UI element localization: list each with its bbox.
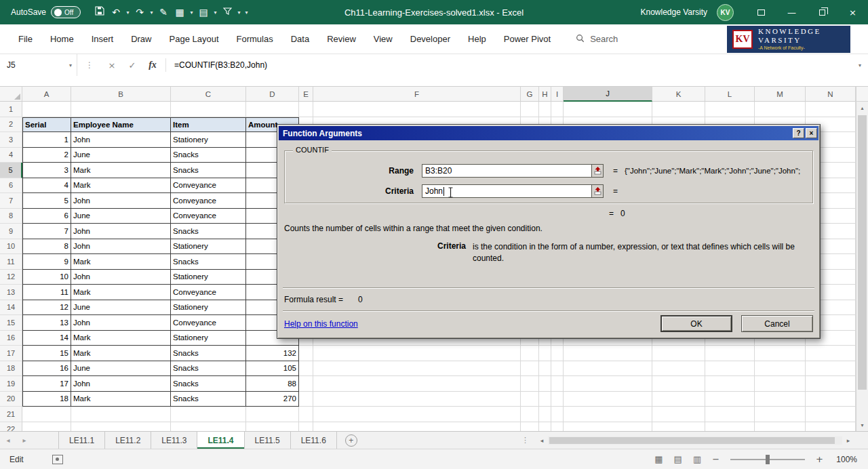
cell-G19[interactable] <box>521 376 539 392</box>
cell-A21[interactable] <box>22 407 71 422</box>
cell-C21[interactable] <box>171 407 246 422</box>
cell-K1[interactable] <box>652 102 705 117</box>
filter-dropdown-icon[interactable]: ▾ <box>235 9 243 16</box>
column-header-F[interactable]: F <box>313 87 521 102</box>
cell-F19[interactable] <box>313 376 521 392</box>
cell-A7[interactable]: 5 <box>22 193 71 209</box>
minimize-button[interactable]: — <box>776 0 807 24</box>
row-header-5[interactable]: 5 <box>0 163 22 178</box>
row-header-10[interactable]: 10 <box>0 239 22 255</box>
table-icon[interactable]: ▦ <box>172 0 188 24</box>
zoom-in-icon[interactable]: + <box>816 454 823 464</box>
cell-F1[interactable] <box>313 102 521 117</box>
cell-C15[interactable]: Conveyance <box>171 315 246 331</box>
ribbon-display-options-icon[interactable] <box>746 0 776 24</box>
name-box-dropdown-icon[interactable]: ▾ <box>69 62 77 68</box>
page-break-view-icon[interactable]: ▥ <box>693 454 701 464</box>
cell-C9[interactable]: Snacks <box>171 224 246 239</box>
new-sheet-button[interactable]: + <box>345 434 357 447</box>
account-avatar[interactable]: KV <box>717 4 734 21</box>
ribbon-tab-file[interactable]: File <box>9 24 41 54</box>
cell-N22[interactable] <box>806 422 856 432</box>
cell-C8[interactable]: Conveyance <box>171 209 246 224</box>
row-header-22[interactable]: 22 <box>0 422 22 432</box>
cell-A19[interactable]: 17 <box>22 376 71 392</box>
cell-A3[interactable]: 1 <box>22 132 71 148</box>
row-header-7[interactable]: 7 <box>0 193 22 209</box>
cell-H17[interactable] <box>539 346 551 361</box>
scroll-right-icon[interactable]: ▸ <box>842 437 854 444</box>
cell-C6[interactable]: Conveyance <box>171 178 246 194</box>
cell-D18[interactable]: 105 <box>246 361 299 377</box>
cell-A14[interactable]: 12 <box>22 300 71 316</box>
cell-L20[interactable] <box>705 392 755 407</box>
sheet-tab-LE11-5[interactable]: LE11.5 <box>245 432 291 449</box>
cell-C7[interactable]: Conveyance <box>171 193 246 209</box>
cell-N20[interactable] <box>806 392 856 407</box>
cell-J22[interactable] <box>564 422 652 432</box>
cell-E18[interactable] <box>299 361 313 377</box>
column-header-M[interactable]: M <box>755 87 806 102</box>
column-header-J[interactable]: J <box>564 87 652 102</box>
horizontal-scrollbar[interactable]: ◂ ▸ <box>536 432 854 449</box>
cell-L21[interactable] <box>705 407 755 422</box>
horizontal-scroll-track[interactable] <box>548 436 842 445</box>
zoom-slider[interactable] <box>730 459 805 460</box>
cell-M22[interactable] <box>755 422 806 432</box>
cell-E20[interactable] <box>299 392 313 407</box>
cell-B6[interactable]: Mark <box>71 178 171 194</box>
cell-F20[interactable] <box>313 392 521 407</box>
row-header-1[interactable]: 1 <box>0 102 22 117</box>
insert-function-icon[interactable]: fx <box>142 60 163 70</box>
cell-C5[interactable]: Snacks <box>171 163 246 178</box>
column-header-H[interactable]: H <box>539 87 551 102</box>
row-header-21[interactable]: 21 <box>0 407 22 422</box>
cell-M19[interactable] <box>755 376 806 392</box>
ribbon-tab-help[interactable]: Help <box>459 24 495 54</box>
row-header-16[interactable]: 16 <box>0 331 22 346</box>
cell-G21[interactable] <box>521 407 539 422</box>
row-header-3[interactable]: 3 <box>0 132 22 148</box>
sheet-tab-LE11-2[interactable]: LE11.2 <box>105 432 151 449</box>
cell-C2[interactable]: Item <box>171 117 246 133</box>
cancel-button[interactable]: Cancel <box>741 315 813 332</box>
column-header-B[interactable]: B <box>71 87 171 102</box>
cell-N18[interactable] <box>806 361 856 377</box>
normal-view-icon[interactable]: ▦ <box>654 454 663 464</box>
ok-button[interactable]: OK <box>660 315 732 332</box>
cell-N1[interactable] <box>806 102 856 117</box>
cell-C10[interactable]: Stationery <box>171 239 246 255</box>
cell-B9[interactable]: John <box>71 224 171 239</box>
borders-dropdown-icon[interactable]: ▾ <box>212 9 219 16</box>
cell-B3[interactable]: John <box>71 132 171 148</box>
cell-G20[interactable] <box>521 392 539 407</box>
dialog-help-button[interactable]: ? <box>793 128 804 138</box>
row-header-11[interactable]: 11 <box>0 254 22 270</box>
row-header-19[interactable]: 19 <box>0 376 22 392</box>
cell-A16[interactable]: 14 <box>22 331 71 346</box>
cell-E22[interactable] <box>299 422 313 432</box>
cell-F18[interactable] <box>313 361 521 377</box>
cell-A18[interactable]: 16 <box>22 361 71 377</box>
horizontal-scroll-thumb[interactable] <box>549 437 835 444</box>
autosave-control[interactable]: AutoSave Off <box>0 6 81 18</box>
cell-B20[interactable]: Mark <box>71 392 171 407</box>
cell-M21[interactable] <box>755 407 806 422</box>
cell-L19[interactable] <box>705 376 755 392</box>
column-header-E[interactable]: E <box>299 87 313 102</box>
ribbon-tab-data[interactable]: Data <box>282 24 318 54</box>
cell-K18[interactable] <box>652 361 705 377</box>
cell-E19[interactable] <box>299 376 313 392</box>
cell-D22[interactable] <box>246 422 299 432</box>
cell-C17[interactable]: Snacks <box>171 346 246 361</box>
cell-H20[interactable] <box>539 392 551 407</box>
restore-button[interactable] <box>807 0 837 24</box>
close-button[interactable]: × <box>837 0 868 24</box>
range-collapse-icon[interactable] <box>591 164 604 178</box>
cell-K20[interactable] <box>652 392 705 407</box>
cell-B1[interactable] <box>71 102 171 117</box>
sheet-tab-LE11-6[interactable]: LE11.6 <box>291 432 337 449</box>
undo-icon[interactable]: ↶ <box>108 0 124 24</box>
cell-F21[interactable] <box>313 407 521 422</box>
cell-A6[interactable]: 4 <box>22 178 71 194</box>
